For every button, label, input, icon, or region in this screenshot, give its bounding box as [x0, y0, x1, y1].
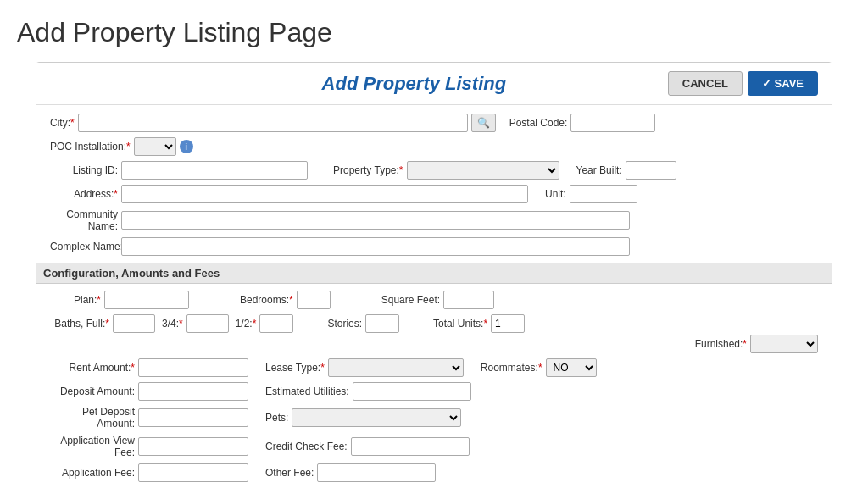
community-name-row: CommunityName: — [50, 208, 818, 232]
application-view-fee-input[interactable] — [138, 437, 248, 456]
rent-lease-roommates-row: Rent Amount:* Lease Type:* Roommates:* N… — [50, 358, 818, 377]
complex-name-row: Complex Name: — [50, 237, 818, 256]
half-label: 1/2:* — [236, 318, 257, 330]
city-search-button[interactable]: 🔍 — [471, 114, 496, 132]
plan-label: Plan:* — [50, 294, 101, 306]
app-view-credit-row: Application ViewFee: Credit Check Fee: — [50, 435, 818, 458]
pet-deposit-input[interactable] — [138, 408, 248, 427]
pets-select[interactable] — [292, 408, 461, 427]
baths-stories-row: Baths, Full:* 3/4:* 1/2:* Stories: Total… — [50, 314, 818, 333]
complex-name-label: Complex Name: — [50, 241, 118, 252]
postal-code-label: Postal Code: — [509, 117, 568, 129]
stories-input[interactable] — [365, 314, 399, 333]
bedrooms-label: Bedrooms:* — [240, 294, 293, 306]
poc-installation-select[interactable] — [134, 137, 176, 156]
plan-input[interactable] — [104, 291, 189, 309]
other-fee-input[interactable] — [317, 463, 436, 482]
other-fee-label: Other Fee: — [265, 467, 314, 479]
estimated-utilities-input[interactable] — [353, 382, 471, 401]
roommates-label: Roommates:* — [481, 362, 542, 374]
deposit-amount-input[interactable] — [138, 382, 248, 401]
city-input[interactable] — [78, 114, 468, 132]
rent-amount-input[interactable] — [138, 358, 248, 377]
deposit-utilities-row: Deposit Amount: Estimated Utilities: — [50, 382, 818, 401]
credit-check-fee-label: Credit Check Fee: — [265, 441, 348, 452]
address-label: Address:* — [50, 188, 118, 200]
pet-deposit-pets-row: Pet DepositAmount: Pets: — [50, 406, 818, 430]
rent-amount-label: Rent Amount:* — [50, 362, 135, 374]
baths-full-label: Baths, Full:* — [50, 318, 109, 330]
city-row: City:* 🔍 Postal Code: — [50, 114, 818, 132]
property-type-label: Property Type:* — [333, 164, 403, 176]
app-fee-other-fee-row: Application Fee: Other Fee: — [50, 463, 818, 482]
stories-label: Stories: — [327, 318, 362, 330]
poc-row: POC Installation:* i — [50, 137, 818, 156]
sqft-input[interactable] — [443, 291, 494, 309]
cancel-button[interactable]: CANCEL — [668, 71, 743, 96]
header-buttons: CANCEL ✓ SAVE — [668, 71, 818, 96]
application-view-fee-label: Application ViewFee: — [50, 435, 135, 458]
pets-label: Pets: — [265, 412, 288, 424]
deposit-amount-label: Deposit Amount: — [50, 385, 135, 397]
furnished-label: Furnished:* — [695, 338, 747, 350]
furnished-select[interactable] — [750, 335, 818, 353]
community-name-label: CommunityName: — [50, 208, 118, 232]
form-title: Add Property Listing — [160, 73, 668, 95]
info-icon[interactable]: i — [180, 140, 193, 153]
form-container: Add Property Listing CANCEL ✓ SAVE City:… — [36, 62, 832, 488]
furnished-row: Furnished:* — [50, 335, 818, 353]
unit-input[interactable] — [570, 185, 637, 203]
address-input[interactable] — [121, 185, 528, 203]
pet-deposit-label: Pet DepositAmount: — [50, 406, 135, 430]
listing-property-year-row: Listing ID: Property Type:* Year Built: — [50, 161, 818, 180]
community-name-input[interactable] — [121, 211, 630, 230]
unit-label: Unit: — [545, 188, 566, 200]
year-built-input[interactable] — [626, 161, 676, 180]
config-section-header: Configuration, Amounts and Fees — [36, 263, 832, 284]
application-fee-label: Application Fee: — [50, 467, 135, 479]
poc-installation-label: POC Installation:* — [50, 141, 131, 152]
lease-type-select[interactable] — [328, 358, 464, 377]
three-quarter-input[interactable] — [186, 314, 229, 333]
half-input[interactable] — [259, 314, 293, 333]
plan-beds-sqft-row: Plan:* Bedrooms:* Square Feet: — [50, 291, 818, 309]
lease-type-label: Lease Type:* — [265, 362, 325, 374]
application-fee-input[interactable] — [138, 463, 248, 482]
save-button[interactable]: ✓ SAVE — [748, 71, 818, 96]
total-units-input[interactable] — [491, 314, 525, 333]
page-title: Add Property Listing Page — [17, 17, 851, 48]
sqft-label: Square Feet: — [381, 294, 440, 306]
estimated-utilities-label: Estimated Utilities: — [265, 385, 349, 397]
listing-id-input[interactable] — [121, 161, 308, 180]
year-built-label: Year Built: — [576, 164, 622, 176]
credit-check-fee-input[interactable] — [351, 437, 470, 456]
city-label: City:* — [50, 117, 75, 129]
total-units-label: Total Units:* — [433, 318, 487, 330]
postal-code-input[interactable] — [570, 114, 655, 132]
bedrooms-input[interactable] — [297, 291, 331, 309]
three-quarter-label: 3/4:* — [162, 318, 183, 330]
address-unit-row: Address:* Unit: — [50, 185, 818, 203]
roommates-select[interactable]: NO YES — [546, 358, 597, 377]
form-header: Add Property Listing CANCEL ✓ SAVE — [36, 63, 832, 105]
complex-name-input[interactable] — [121, 237, 630, 256]
form-body: City:* 🔍 Postal Code: POC Installation:*… — [36, 105, 832, 488]
listing-id-label: Listing ID: — [50, 164, 118, 176]
property-type-select[interactable] — [407, 161, 559, 180]
baths-full-input[interactable] — [113, 314, 155, 333]
